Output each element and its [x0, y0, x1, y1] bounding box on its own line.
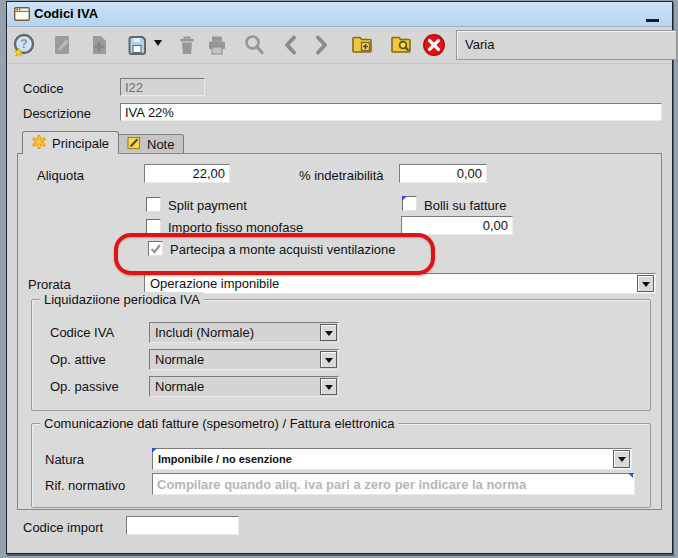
titlebar[interactable]: Codici IVA — [7, 2, 672, 27]
chevron-down-icon[interactable] — [320, 351, 337, 368]
varia-panel[interactable]: Varia — [456, 30, 677, 60]
save-icon[interactable] — [124, 32, 150, 58]
codice-import-field[interactable] — [126, 516, 239, 535]
save-menu-caret-icon[interactable] — [154, 40, 162, 50]
tab-principale-label: Principale — [52, 136, 109, 151]
tab-note-label: Note — [147, 137, 174, 152]
natura-value: Imponibile / no esenzione — [158, 449, 609, 469]
importo-fisso-monofase-label: Importo fisso monofase — [168, 220, 303, 235]
split-payment-label: Split payment — [168, 198, 247, 213]
close-icon[interactable] — [421, 32, 447, 58]
find-folder-icon[interactable] — [388, 32, 414, 58]
comunicazione-group-title: Comunicazione dati fatture (spesometro) … — [40, 416, 398, 431]
chevron-down-icon[interactable] — [613, 450, 630, 468]
natura-label: Natura — [45, 452, 84, 467]
liquidazione-groupbox: Liquidaziione periodica IVA Codice IVA I… — [31, 299, 651, 411]
op-attive-value: Normale — [155, 350, 316, 369]
codice-field — [120, 78, 205, 96]
liquidazione-group-title: Liquidaziione periodica IVA — [40, 292, 204, 307]
op-passive-combobox[interactable]: Normale — [149, 376, 339, 397]
codici-iva-window: Codici IVA ? — [6, 1, 673, 554]
note-icon — [127, 136, 141, 153]
split-payment-checkbox[interactable] — [146, 197, 161, 212]
descrizione-label: Descrizione — [23, 106, 91, 121]
prorata-value: Operazione imponibile — [150, 274, 633, 293]
edit-document-icon — [49, 32, 75, 58]
modified-marker — [628, 473, 633, 478]
prorata-combobox[interactable]: Operazione imponibile — [144, 273, 656, 294]
rif-normativo-field[interactable] — [152, 473, 635, 495]
importo-fisso-monofase-field[interactable] — [401, 216, 513, 235]
previous-icon[interactable] — [278, 32, 304, 58]
bolli-su-fatture-checkbox[interactable] — [402, 196, 417, 211]
chevron-down-icon[interactable] — [637, 275, 654, 292]
svg-text:?: ? — [20, 37, 27, 51]
help-icon[interactable]: ? — [11, 32, 37, 58]
op-passive-label: Op. passive — [50, 379, 119, 394]
desktop-background: Codici IVA ? — [0, 0, 678, 558]
codice-iva-combobox[interactable]: Includi (Normale) — [149, 322, 339, 343]
op-passive-value: Normale — [155, 377, 316, 396]
toolbar: ? — [7, 27, 672, 64]
next-icon[interactable] — [308, 32, 334, 58]
chevron-down-icon[interactable] — [320, 324, 337, 341]
varia-label: Varia — [465, 37, 494, 52]
natura-combobox[interactable]: Imponibile / no esenzione — [152, 448, 632, 470]
modified-marker — [402, 196, 407, 201]
tab-note[interactable]: Note — [117, 134, 184, 154]
window-title: Codici IVA — [34, 2, 98, 26]
comunicazione-groupbox: Comunicazione dati fatture (spesometro) … — [31, 423, 651, 508]
new-folder-icon[interactable] — [349, 32, 375, 58]
codice-label: Codice — [23, 81, 63, 96]
delete-icon — [174, 32, 200, 58]
modified-marker — [152, 448, 157, 453]
aliquota-field[interactable] — [144, 164, 230, 183]
window-icon — [14, 7, 30, 25]
indetraibilita-label: % indetraibilità — [299, 168, 384, 183]
op-attive-combobox[interactable]: Normale — [149, 349, 339, 370]
prorata-label: Prorata — [28, 277, 71, 292]
partecipa-ventilazione-label: Partecipa a monte acquisti ventilazione — [170, 242, 395, 257]
new-document-icon — [86, 32, 112, 58]
minimize-icon[interactable] — [646, 19, 659, 22]
rif-normativo-label: Rif. normativo — [45, 478, 125, 493]
importo-fisso-monofase-checkbox[interactable] — [146, 219, 161, 234]
op-attive-label: Op. attive — [50, 352, 106, 367]
codice-iva-value: Includi (Normale) — [155, 323, 316, 342]
asterisk-icon — [32, 135, 46, 152]
tab-principale[interactable]: Principale — [22, 131, 119, 154]
print-icon — [204, 32, 230, 58]
aliquota-label: Aliquota — [37, 168, 84, 183]
codice-iva-label: Codice IVA — [50, 325, 114, 340]
descrizione-field[interactable] — [120, 103, 662, 121]
indetraibilita-field[interactable] — [399, 164, 487, 183]
codice-import-label: Codice import — [23, 520, 103, 535]
partecipa-ventilazione-checkbox[interactable] — [148, 241, 163, 256]
chevron-down-icon[interactable] — [320, 378, 337, 395]
search-icon — [241, 32, 267, 58]
bolli-su-fatture-label: Bolli su fatture — [424, 198, 506, 213]
